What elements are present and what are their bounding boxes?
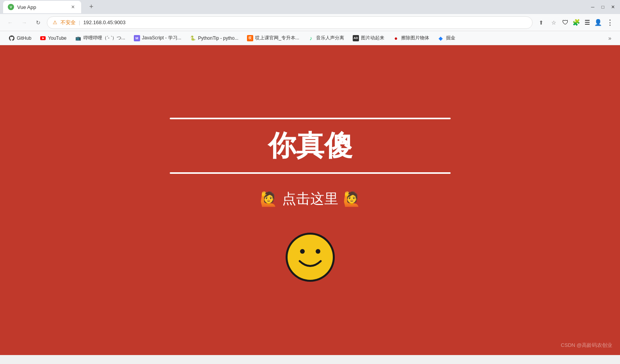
bookmark-adimg-label: 图片动起来 xyxy=(361,35,384,41)
page-content: 你真傻 🙋 点击这里 🙋 CSDN @高龄码农创业 xyxy=(0,45,620,355)
bookmarks-bar: GitHub YouTube 📺 哔哩哔哩（ˊ- ˋ）つ... M JavaSc… xyxy=(0,31,620,45)
click-text: 点击这里 xyxy=(282,189,338,209)
bookmark-aishang-label: 哎上课官网_专升本... xyxy=(255,35,299,41)
bookmark-remove[interactable]: ● 擦除图片物体 xyxy=(389,33,433,43)
nav-bar: ← → ↻ ⚠ 不安全 | 192.168.0.45:9003 ⬆ ☆ 🛡 🧩 … xyxy=(0,14,620,31)
bilibili-icon: 📺 xyxy=(75,35,82,41)
bookmark-youtube[interactable]: YouTube xyxy=(36,34,70,43)
minimize-button[interactable]: ─ xyxy=(589,3,597,11)
github-icon xyxy=(9,35,15,41)
security-text: 不安全 xyxy=(60,19,76,26)
maximize-button[interactable]: □ xyxy=(599,3,607,11)
address-bar[interactable]: ⚠ 不安全 | 192.168.0.45:9003 xyxy=(47,16,533,29)
bookmark-juejin-label: 掘金 xyxy=(446,35,455,41)
bookmark-remove-label: 擦除图片物体 xyxy=(401,35,429,41)
bookmark-python-label: PythonTip - pytho... xyxy=(198,35,239,41)
youtube-icon xyxy=(40,35,46,41)
bookmark-bilibili-label: 哔哩哔哩（ˊ- ˋ）つ... xyxy=(83,35,125,41)
remove-icon: ● xyxy=(393,35,399,41)
aishang-icon: 哎 xyxy=(247,35,253,41)
smiley-face xyxy=(285,232,336,283)
forward-button[interactable]: → xyxy=(19,17,30,28)
svg-point-4 xyxy=(300,249,305,254)
url-text: 192.168.0.45:9003 xyxy=(83,19,125,25)
watermark: CSDN @高龄码农创业 xyxy=(561,342,612,349)
bookmark-javascript[interactable]: M JavaScript - 学习... xyxy=(130,33,185,43)
tab-favicon: V xyxy=(8,4,14,10)
click-link[interactable]: 🙋 点击这里 🙋 xyxy=(260,189,361,209)
reload-button[interactable]: ↻ xyxy=(33,17,44,28)
bookmark-github[interactable]: GitHub xyxy=(5,34,35,43)
title-bar: V Vue App ✕ + ─ □ ✕ xyxy=(0,0,620,14)
adimg-icon: AD xyxy=(353,35,359,41)
title-section: 你真傻 xyxy=(170,118,451,174)
ext-videowarden[interactable]: 🛡 xyxy=(561,18,570,27)
new-tab-button[interactable]: + xyxy=(86,1,97,12)
share-button[interactable]: ⬆ xyxy=(536,17,547,28)
bookmark-music-label: 音乐人声分离 xyxy=(316,35,344,41)
svg-point-3 xyxy=(288,235,333,280)
music-icon: ♪ xyxy=(308,35,314,41)
profile-button[interactable]: 👤 xyxy=(593,18,603,27)
juejin-icon: ◆ xyxy=(438,35,444,41)
bookmark-button[interactable]: ☆ xyxy=(548,17,559,28)
left-emoji: 🙋 xyxy=(260,191,277,207)
favicon-letter: V xyxy=(10,5,12,9)
bookmark-pythontip[interactable]: 🐍 PythonTip - pytho... xyxy=(186,34,243,43)
bookmark-aishang[interactable]: 哎 哎上课官网_专升本... xyxy=(243,33,303,43)
active-tab[interactable]: V Vue App ✕ xyxy=(3,1,81,13)
bookmark-js-label: JavaScript - 学习... xyxy=(142,35,181,41)
sidebar-button[interactable]: ☰ xyxy=(583,18,592,27)
tab-title: Vue App xyxy=(17,4,36,10)
bottom-divider xyxy=(170,172,451,174)
address-separator: | xyxy=(79,19,80,25)
pythontip-icon: 🐍 xyxy=(190,35,196,41)
window-controls: ─ □ ✕ xyxy=(589,3,617,11)
main-title: 你真傻 xyxy=(268,119,352,172)
ext-extensions[interactable]: 🧩 xyxy=(572,18,581,27)
bookmark-github-label: GitHub xyxy=(17,35,31,41)
more-bookmarks-button[interactable]: » xyxy=(604,33,615,44)
close-button[interactable]: ✕ xyxy=(609,3,617,11)
tab-close-button[interactable]: ✕ xyxy=(69,4,76,11)
security-warning: ⚠ xyxy=(53,19,57,25)
nav-actions: ⬆ ☆ 🛡 🧩 ☰ 👤 ⋮ xyxy=(536,17,615,28)
browser-menu[interactable]: ⋮ xyxy=(604,17,615,28)
javascript-icon: M xyxy=(134,35,140,41)
bookmark-bilibili[interactable]: 📺 哔哩哔哩（ˊ- ˋ）つ... xyxy=(71,33,129,43)
bookmark-juejin[interactable]: ◆ 掘金 xyxy=(434,33,459,43)
bookmark-youtube-label: YouTube xyxy=(48,35,66,41)
bookmark-adimg[interactable]: AD 图片动起来 xyxy=(349,33,388,43)
svg-point-5 xyxy=(316,249,320,254)
right-emoji: 🙋 xyxy=(343,191,361,207)
back-button[interactable]: ← xyxy=(5,17,16,28)
bookmark-music[interactable]: ♪ 音乐人声分离 xyxy=(304,33,348,43)
